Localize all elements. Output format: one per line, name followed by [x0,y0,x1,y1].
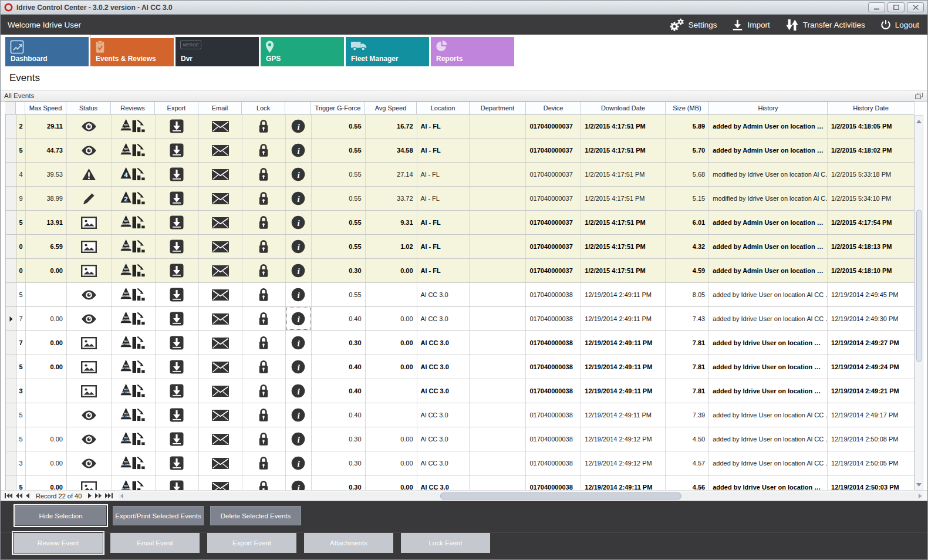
info-cell[interactable]: i [286,114,312,138]
table-row[interactable]: 229.11NOSCOREi0.5516.72Al - FL0170400000… [6,114,914,139]
email-icon[interactable] [212,458,229,469]
review-score-icon[interactable]: NOSCORE [120,142,146,158]
reviews-cell[interactable]: NOSCORE [112,235,156,258]
lock-cell[interactable] [242,211,286,234]
review-score-icon[interactable]: NOSCORE [120,118,146,134]
lock-icon[interactable] [258,119,269,133]
lock-cell[interactable] [242,163,286,186]
email-icon[interactable] [212,313,229,325]
reviews-cell[interactable]: NOSCORE [112,259,156,282]
email-cell[interactable] [199,283,242,306]
email-icon[interactable] [212,338,229,349]
col-header[interactable]: Status [66,102,111,114]
reviews-cell[interactable]: NOSCORE [112,331,156,355]
review-score-icon[interactable]: NOSCORE [120,335,146,351]
email-icon[interactable] [212,121,229,132]
info-cell[interactable]: i [286,283,312,306]
horizontal-scroll-thumb[interactable] [440,492,682,500]
info-icon[interactable]: i [291,408,305,422]
email-icon[interactable] [212,217,229,228]
tab-gps[interactable]: GPS [261,37,344,66]
email-cell[interactable] [199,451,242,475]
table-row[interactable]: 50.00NOSCOREi0.300.00Al CC 3.00170400000… [6,427,914,451]
export-event-button[interactable]: Export Event [207,533,296,553]
lock-cell[interactable] [242,259,286,282]
info-cell[interactable]: i [286,211,312,234]
lock-icon[interactable] [258,167,269,181]
menu-import[interactable]: Import [732,19,770,31]
export-cell[interactable] [156,427,199,451]
col-header[interactable]: Max Speed [25,102,66,114]
table-row[interactable]: 50.00NOSCOREi0.400.00Al CC 3.00170400000… [6,355,914,379]
info-icon[interactable]: i [291,384,305,398]
review-score-icon[interactable]: NOSCORE [120,407,146,423]
export-cell[interactable] [156,331,199,355]
lock-icon[interactable] [258,456,269,470]
review-score-icon[interactable]: NOSCORE [120,479,146,490]
col-header[interactable]: Device [526,102,581,114]
reviews-cell[interactable]: 4 [112,163,156,186]
lock-icon[interactable] [258,191,269,205]
review-score-icon[interactable]: NOSCORE [120,286,146,303]
lock-icon[interactable] [258,480,269,490]
email-cell[interactable] [199,379,242,403]
info-cell[interactable]: i [286,403,312,427]
info-icon[interactable]: i [291,432,305,446]
email-icon[interactable] [212,386,229,397]
reviews-cell[interactable]: NOSCORE [112,283,156,306]
lock-icon[interactable] [258,215,269,230]
lock-cell[interactable] [242,451,286,475]
lock-icon[interactable] [258,143,269,157]
export-icon[interactable] [170,264,184,278]
review-score-icon[interactable]: NOSCORE [120,238,146,255]
info-cell[interactable]: i [286,139,312,162]
lock-icon[interactable] [258,360,269,374]
export-cell[interactable] [156,403,199,427]
export-cell[interactable] [156,451,199,475]
scroll-right-icon[interactable] [916,492,923,500]
hide-selection-button[interactable]: Hide Selection [15,506,106,525]
export-icon[interactable] [170,167,184,181]
export-cell[interactable] [156,259,199,282]
col-header[interactable]: History [709,102,828,114]
reviews-cell[interactable]: NOSCORE [112,139,156,162]
export-icon[interactable] [170,215,184,230]
lock-icon[interactable] [258,312,269,326]
review-score-icon[interactable]: 4 [120,166,146,183]
lock-cell[interactable] [242,283,286,306]
scroll-down-icon[interactable] [915,480,923,489]
export-icon[interactable] [170,239,184,254]
col-header[interactable]: Trigger G-Force [311,102,365,114]
lock-icon[interactable] [258,432,269,446]
info-icon[interactable]: i [291,456,305,470]
info-icon[interactable]: i [291,312,305,326]
info-icon[interactable]: i [291,167,305,181]
col-header[interactable]: Department [470,102,526,114]
tab-fleet-manager[interactable]: Fleet Manager [346,37,429,66]
export-cell[interactable] [156,163,199,186]
email-cell[interactable] [199,114,242,138]
export-icon[interactable] [170,143,184,157]
info-icon[interactable]: i [291,360,305,374]
attachments-button[interactable]: Attachments [304,533,393,553]
info-icon[interactable]: i [291,336,305,350]
email-icon[interactable] [212,434,229,445]
review-score-icon[interactable]: NOSCORE [120,383,146,399]
email-cell[interactable] [199,187,242,210]
reviews-cell[interactable]: NOSCORE [112,211,156,234]
export-cell[interactable] [156,283,199,306]
email-icon[interactable] [212,145,229,156]
info-icon[interactable]: i [291,191,305,205]
email-cell[interactable] [199,235,242,258]
review-score-icon[interactable]: NOSCORE [120,262,146,279]
col-header[interactable]: Location [417,102,470,114]
export-cell[interactable] [156,187,199,210]
export-cell[interactable] [156,211,199,234]
nav-next-icon[interactable] [88,493,92,498]
reviews-cell[interactable]: NOSCORE [112,403,156,427]
col-header[interactable]: Download Date [581,102,666,114]
info-cell[interactable]: i [286,379,312,403]
horizontal-scrollbar[interactable] [118,492,923,500]
review-score-icon[interactable]: NOSCORE [120,359,146,375]
tab-events-reviews[interactable]: Events & Reviews [90,37,174,66]
